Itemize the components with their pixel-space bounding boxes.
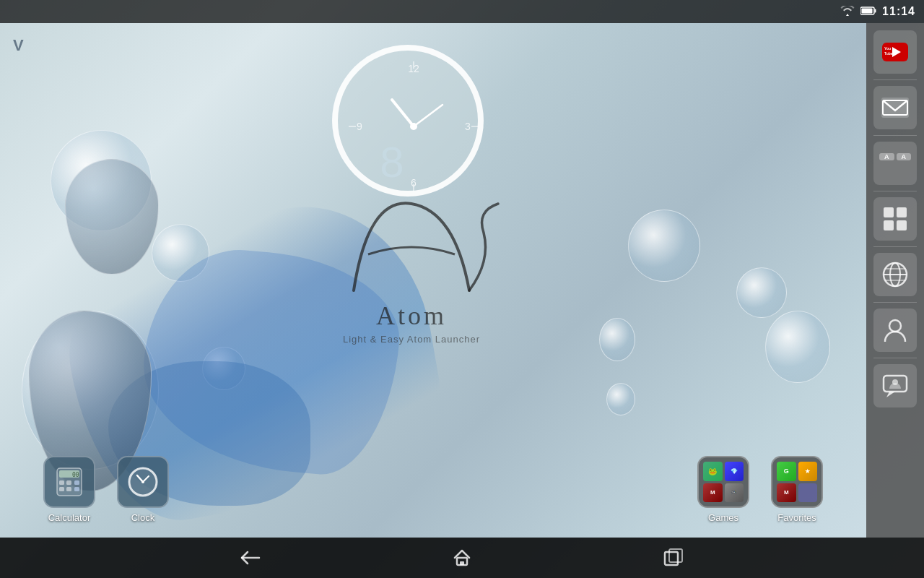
dock-label-games: Games [708, 512, 738, 523]
svg-rect-37 [66, 480, 71, 485]
main-area: V 12 3 6 9 8 [0, 23, 866, 538]
right-sidebar: You Tube A A [866, 23, 924, 538]
svg-text:8: 8 [380, 138, 404, 186]
svg-rect-1 [875, 9, 876, 12]
sidebar-app-youtube[interactable]: You Tube [873, 30, 917, 74]
sidebar-divider-6 [873, 358, 917, 358]
mail-icon [881, 98, 909, 118]
apps-icon [883, 207, 907, 231]
games-folder-icon: 🐸 💎 M 🎮 [697, 456, 749, 508]
favorites-folder-icon: G ★ M [771, 456, 823, 508]
svg-rect-39 [59, 487, 64, 491]
bottom-dock: 00 Calculator Clock [0, 456, 866, 523]
clock-face: 12 3 6 9 8 [332, 45, 484, 197]
svg-point-18 [889, 320, 901, 332]
dock-app-clock[interactable]: Clock [117, 456, 169, 523]
status-bar: 11:14 [0, 0, 924, 23]
dock-label-clock: Clock [131, 512, 155, 523]
sidebar-app-browser[interactable] [873, 253, 917, 296]
svg-rect-50 [669, 549, 682, 562]
back-button[interactable] [229, 543, 272, 572]
svg-line-32 [414, 105, 443, 126]
svg-rect-12 [897, 220, 907, 230]
recent-apps-button[interactable] [652, 542, 695, 574]
status-time: 11:14 [882, 5, 915, 18]
atom-tagline-text: Light & Easy Atom Launcher [310, 334, 513, 345]
svg-rect-9 [884, 207, 894, 217]
messaging-icon [882, 373, 908, 399]
svg-rect-49 [665, 552, 678, 565]
sidebar-app-gmail[interactable] [873, 86, 917, 129]
dock-app-favorites[interactable]: G ★ M Favorites [771, 456, 823, 523]
sidebar-divider-5 [873, 302, 917, 303]
clock-dock-icon [117, 456, 169, 508]
calculator-icon: 00 [43, 456, 95, 508]
home-button[interactable] [440, 542, 484, 574]
v-label: V [13, 36, 24, 55]
svg-text:Tube: Tube [884, 51, 893, 56]
svg-rect-40 [66, 487, 71, 491]
dock-label-favorites: Favorites [777, 512, 816, 523]
dock-app-games[interactable]: 🐸 💎 M 🎮 Games [697, 456, 749, 523]
sidebar-divider-3 [873, 191, 917, 191]
sidebar-app-contacts[interactable] [873, 309, 917, 352]
youtube-icon: You Tube [882, 43, 908, 61]
svg-rect-48 [460, 561, 464, 565]
svg-line-31 [392, 100, 414, 126]
sidebar-divider-1 [873, 79, 917, 80]
svg-rect-2 [862, 8, 873, 13]
atom-logo: Atom Light & Easy Atom Launcher [310, 189, 513, 345]
wifi-icon [840, 6, 855, 18]
svg-rect-41 [74, 487, 79, 491]
sidebar-divider-2 [873, 135, 917, 136]
svg-rect-10 [897, 207, 907, 217]
clock-svg: 12 3 6 9 8 [338, 51, 489, 202]
nav-bar [0, 538, 924, 578]
svg-point-33 [410, 123, 417, 130]
svg-rect-11 [884, 220, 894, 230]
dock-label-calculator: Calculator [48, 512, 91, 523]
svg-text:You: You [884, 46, 891, 51]
svg-rect-38 [74, 480, 79, 485]
svg-text:00: 00 [72, 472, 79, 478]
battery-icon [860, 6, 876, 18]
sidebar-app-allapps[interactable] [873, 197, 917, 241]
atom-letter-svg [310, 189, 513, 305]
svg-rect-36 [59, 480, 64, 485]
clock-widget[interactable]: 12 3 6 9 8 [332, 45, 484, 197]
svg-text:9: 9 [357, 121, 362, 132]
atom-name-text: Atom [310, 301, 513, 331]
sidebar-app-files[interactable]: A A [873, 142, 917, 185]
sidebar-app-messaging[interactable] [873, 364, 917, 407]
svg-text:3: 3 [465, 121, 471, 132]
browser-icon [882, 262, 908, 288]
dock-app-calculator[interactable]: 00 Calculator [43, 456, 95, 523]
sidebar-divider-4 [873, 246, 917, 247]
contacts-icon [882, 317, 908, 343]
